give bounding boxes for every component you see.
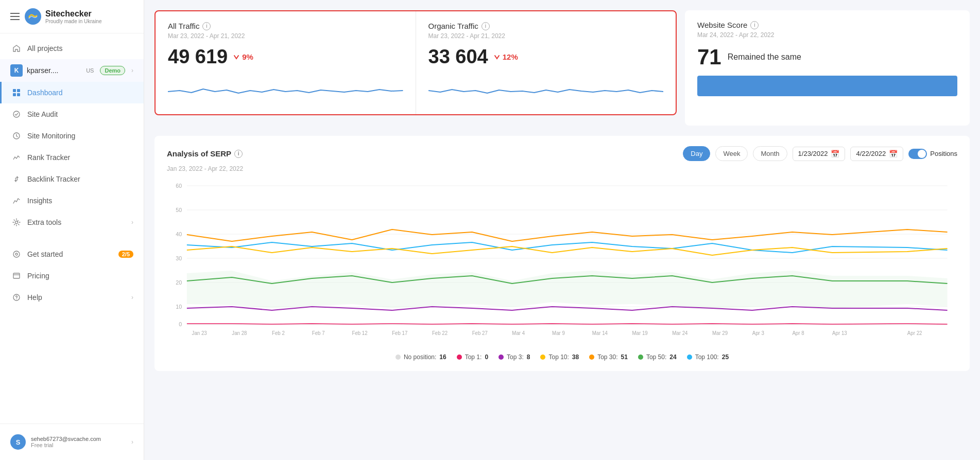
legend-no-position: No position: 16 (396, 353, 446, 361)
sidebar-item-extra-tools[interactable]: Extra tools › (0, 211, 144, 233)
get-started-badge: 2/5 (118, 251, 133, 258)
organic-traffic-info-icon[interactable]: i (482, 22, 490, 30)
website-score-info-icon[interactable]: i (750, 21, 759, 29)
project-initial: K (10, 64, 23, 77)
sidebar-item-insights[interactable]: Insights (0, 190, 144, 211)
svg-point-8 (13, 251, 20, 257)
all-traffic-change: 9% (233, 52, 253, 61)
user-info: seheb67273@svcache.com Free trial (31, 436, 126, 448)
svg-text:Feb 7: Feb 7 (312, 330, 325, 336)
svg-marker-44 (187, 271, 948, 308)
all-projects-label: All projects (27, 44, 62, 52)
week-button[interactable]: Week (715, 146, 748, 161)
svg-text:Feb 2: Feb 2 (272, 330, 285, 336)
positions-toggle-switch[interactable] (908, 149, 927, 159)
serp-title: Analysis of SERP i (167, 149, 243, 158)
svg-text:Apr 13: Apr 13 (832, 330, 847, 336)
month-button[interactable]: Month (753, 146, 787, 161)
sidebar-item-site-monitoring[interactable]: Site Monitoring (0, 125, 144, 147)
organic-traffic-title: Organic Traffic i (428, 22, 664, 30)
sidebar-bottom: S seheb67273@svcache.com Free trial › (0, 423, 144, 460)
sidebar-item-pricing[interactable]: Pricing (0, 265, 144, 287)
avatar: S (10, 434, 26, 450)
all-traffic-info-icon[interactable]: i (202, 22, 211, 30)
dashboard-icon (12, 88, 21, 97)
top1-dot (457, 355, 462, 360)
date-to-input[interactable]: 4/22/2022 📅 (850, 147, 903, 161)
rank-tracker-label: Rank Tracker (27, 153, 70, 162)
svg-point-11 (16, 299, 16, 299)
positions-label: Positions (930, 150, 957, 157)
extra-tools-icon (12, 218, 21, 227)
organic-traffic-value-row: 33 604 12% (428, 46, 664, 68)
website-score-number: 71 (697, 45, 721, 69)
date-from-input[interactable]: 1/23/2022 📅 (793, 147, 846, 161)
top100-dot (687, 355, 692, 360)
extra-tools-label: Extra tools (27, 218, 61, 226)
serp-date-range: Jan 23, 2022 - Apr 22, 2022 (167, 165, 957, 172)
top10-dot (540, 355, 545, 360)
help-icon (12, 293, 21, 302)
user-row[interactable]: S seheb67273@svcache.com Free trial › (0, 428, 144, 456)
positions-toggle: Positions (908, 149, 957, 159)
traffic-cards-container: All Traffic i Mar 23, 2022 - Apr 21, 202… (154, 10, 677, 115)
website-score-date: Mar 24, 2022 - Apr 22, 2022 (697, 31, 957, 39)
website-score-label: Remained the same (728, 52, 801, 62)
svg-rect-9 (13, 273, 20, 278)
sitechecker-logo-icon (25, 8, 41, 25)
svg-text:Feb 22: Feb 22 (432, 330, 448, 336)
pricing-label: Pricing (27, 272, 49, 280)
svg-text:Mar 19: Mar 19 (632, 330, 648, 336)
logo-name: Sitechecker (45, 9, 102, 19)
svg-point-0 (25, 8, 41, 25)
top3-dot (498, 355, 504, 360)
sidebar: Sitechecker Proudly made in Ukraine All … (0, 0, 144, 460)
svg-text:60: 60 (176, 183, 182, 189)
extra-tools-arrow-icon: › (131, 219, 133, 226)
day-button[interactable]: Day (683, 146, 710, 161)
all-traffic-card: All Traffic i Mar 23, 2022 - Apr 21, 202… (156, 11, 416, 114)
all-traffic-sparkline (168, 76, 403, 104)
sidebar-item-help[interactable]: Help › (0, 287, 144, 308)
dashboard-label: Dashboard (27, 89, 63, 97)
project-row[interactable]: K kparser.... US Demo › (0, 59, 144, 82)
organic-traffic-sparkline (428, 76, 664, 104)
main-content: All Traffic i Mar 23, 2022 - Apr 21, 202… (144, 0, 980, 460)
sidebar-item-rank-tracker[interactable]: Rank Tracker (0, 147, 144, 168)
svg-text:Apr 3: Apr 3 (752, 330, 765, 336)
legend-top3: Top 3: 8 (498, 353, 530, 361)
svg-text:30: 30 (176, 255, 182, 261)
get-started-label: Get started (27, 250, 63, 258)
help-label: Help (27, 293, 42, 302)
svg-text:40: 40 (176, 231, 182, 237)
user-email: seheb67273@svcache.com (31, 436, 126, 442)
svg-text:Feb 17: Feb 17 (392, 330, 407, 336)
project-name: kparser.... (27, 66, 82, 75)
serp-legend: No position: 16 Top 1: 0 Top 3: 8 Top 10… (167, 353, 957, 361)
sidebar-item-site-audit[interactable]: Site Audit (0, 103, 144, 125)
organic-traffic-change: 12% (493, 52, 518, 61)
website-score-card: Website Score i Mar 24, 2022 - Apr 22, 2… (685, 10, 970, 126)
svg-text:Jan 28: Jan 28 (232, 330, 247, 336)
website-score-title: Website Score i (697, 21, 957, 29)
sidebar-item-get-started[interactable]: Get started 2/5 (0, 243, 144, 265)
svg-text:Mar 9: Mar 9 (552, 330, 565, 336)
svg-text:Mar 24: Mar 24 (672, 330, 688, 336)
serp-chart-svg: 60 50 40 30 20 10 0 Jan 23 Jan 28 Feb 2 … (167, 181, 957, 345)
sidebar-item-backlink-tracker[interactable]: Backlink Tracker (0, 168, 144, 190)
logo-tagline: Proudly made in Ukraine (45, 19, 102, 24)
svg-rect-2 (17, 89, 20, 92)
top-row: All Traffic i Mar 23, 2022 - Apr 21, 202… (154, 10, 970, 126)
rank-icon (12, 153, 21, 162)
svg-text:Mar 4: Mar 4 (512, 330, 525, 336)
user-plan: Free trial (31, 442, 126, 448)
svg-text:Feb 27: Feb 27 (472, 330, 488, 336)
hamburger-icon[interactable] (10, 13, 20, 20)
sidebar-item-dashboard[interactable]: Dashboard (0, 82, 144, 103)
sidebar-item-all-projects[interactable]: All projects (0, 38, 144, 59)
all-traffic-number: 49 619 (168, 46, 228, 68)
serp-info-icon[interactable]: i (234, 150, 243, 158)
all-traffic-down-arrow-icon (233, 54, 240, 61)
organic-traffic-date: Mar 23, 2022 - Apr 21, 2022 (428, 32, 664, 40)
svg-rect-1 (13, 89, 16, 92)
